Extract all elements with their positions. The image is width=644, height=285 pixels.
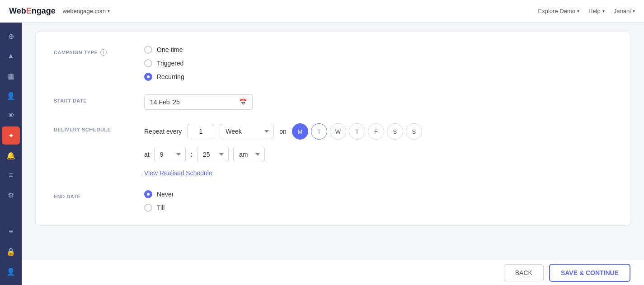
campaign-type-row: CAMPAIGN TYPE i One-time Triggered Recu (54, 46, 612, 81)
end-date-content: Never Till (144, 190, 612, 212)
ampm-select[interactable]: am pm (233, 147, 265, 162)
sidebar-item-campaigns[interactable]: ✦ (2, 126, 20, 145)
end-date-group: Never Till (144, 190, 612, 212)
sidebar-item-segments[interactable]: ▦ (2, 67, 20, 85)
sidebar-item-preview[interactable]: 👁 (2, 107, 20, 125)
sidebar: ⊕ ▲ ▦ 👤 👁 ✦ 🔔 ≡ ⚙ ≡ 🔒 👤 (0, 23, 22, 285)
repeat-label: Repeat every (144, 128, 182, 135)
till-label: Till (157, 204, 165, 211)
sidebar-item-notifications[interactable]: 🔔 (2, 146, 20, 164)
user-menu[interactable]: Janani ▾ (614, 8, 635, 14)
back-button[interactable]: BACK (504, 264, 544, 281)
start-date-content: 14 Feb '25 📅 (144, 94, 612, 110)
sidebar-item-security[interactable]: 🔒 (2, 243, 20, 261)
day-wednesday[interactable]: W (330, 123, 346, 140)
domain-selector[interactable]: webengage.com ▾ (63, 8, 110, 14)
nav-right: Explore Demo ▾ Help ▾ Janani ▾ (538, 8, 635, 14)
campaign-type-info-icon[interactable]: i (100, 49, 107, 56)
sidebar-item-users[interactable]: 👤 (2, 87, 20, 105)
repeat-number-input[interactable] (187, 124, 214, 139)
day-tuesday[interactable]: T (311, 123, 327, 140)
day-friday[interactable]: F (368, 123, 384, 140)
time-row: at 1234 5678 9101112 : 00051015 20253035… (144, 147, 612, 162)
domain-caret: ▾ (108, 9, 110, 14)
delivery-row: Repeat every Day Week Month on M T W (144, 123, 612, 140)
start-date-row: START DATE 14 Feb '25 📅 (54, 94, 612, 110)
till-radio[interactable] (144, 204, 152, 212)
save-continue-button[interactable]: SAVE & CONTINUE (549, 264, 630, 282)
campaign-type-label: CAMPAIGN TYPE i (54, 46, 144, 56)
start-date-label: START DATE (54, 94, 144, 103)
end-date-row: END DATE Never Till (54, 190, 612, 212)
day-monday[interactable]: M (292, 123, 308, 140)
sidebar-item-dashboard[interactable]: ⊕ (2, 27, 20, 45)
end-date-never[interactable]: Never (144, 190, 612, 198)
top-nav: WebEngage webengage.com ▾ Explore Demo ▾… (0, 0, 644, 23)
never-label: Never (157, 191, 174, 198)
never-radio[interactable] (144, 190, 152, 198)
triggered-radio[interactable] (144, 59, 152, 67)
triggered-label: Triggered (157, 60, 183, 67)
recurring-label: Recurring (157, 73, 184, 80)
domain-text: webengage.com (63, 8, 106, 14)
repeat-unit-select[interactable]: Day Week Month (220, 124, 274, 139)
hour-select[interactable]: 1234 5678 9101112 (154, 147, 186, 162)
time-colon: : (190, 150, 193, 159)
minute-select[interactable]: 00051015 20253035 40455055 (197, 147, 229, 162)
campaign-type-recurring[interactable]: Recurring (144, 73, 612, 81)
campaign-type-triggered[interactable]: Triggered (144, 59, 612, 67)
one-time-radio[interactable] (144, 46, 152, 54)
start-date-picker[interactable]: 14 Feb '25 📅 (144, 94, 253, 110)
logo: WebEngage (9, 6, 56, 16)
sidebar-item-reports[interactable]: ≡ (2, 166, 20, 184)
campaign-type-one-time[interactable]: One-time (144, 46, 612, 54)
day-sunday[interactable]: S (406, 123, 422, 140)
delivery-schedule-content: Repeat every Day Week Month on M T W (144, 123, 612, 177)
sidebar-item-integrations[interactable]: ⚙ (2, 186, 20, 204)
start-date-value: 14 Feb '25 (150, 98, 180, 106)
day-thursday[interactable]: T (349, 123, 365, 140)
bottom-bar: BACK SAVE & CONTINUE (22, 260, 644, 285)
calendar-icon: 📅 (239, 98, 247, 106)
delivery-schedule-row: DELIVERY SCHEDULE Repeat every Day Week … (54, 123, 612, 177)
campaign-type-options: One-time Triggered Recurring (144, 46, 612, 81)
sidebar-item-settings1[interactable]: ≡ (2, 223, 20, 241)
campaign-settings-card: CAMPAIGN TYPE i One-time Triggered Recu (35, 32, 630, 226)
view-schedule-link[interactable]: View Realised Schedule (144, 169, 612, 177)
day-saturday[interactable]: S (387, 123, 403, 140)
sidebar-item-settings2[interactable]: 👤 (2, 262, 20, 280)
end-date-till[interactable]: Till (144, 204, 612, 212)
one-time-label: One-time (157, 46, 183, 53)
campaign-type-radio-group: One-time Triggered Recurring (144, 46, 612, 81)
at-label: at (144, 151, 150, 158)
sidebar-item-analytics[interactable]: ▲ (2, 47, 20, 65)
explore-demo-link[interactable]: Explore Demo ▾ (538, 8, 579, 14)
end-date-label: END DATE (54, 190, 144, 199)
on-label: on (279, 128, 287, 135)
main-content: CAMPAIGN TYPE i One-time Triggered Recu (22, 23, 644, 285)
nav-left: WebEngage webengage.com ▾ (9, 6, 110, 16)
recurring-radio[interactable] (144, 73, 152, 81)
help-link[interactable]: Help ▾ (588, 8, 605, 14)
delivery-schedule-label: DELIVERY SCHEDULE (54, 123, 144, 132)
day-buttons: M T W T F S S (292, 123, 422, 140)
